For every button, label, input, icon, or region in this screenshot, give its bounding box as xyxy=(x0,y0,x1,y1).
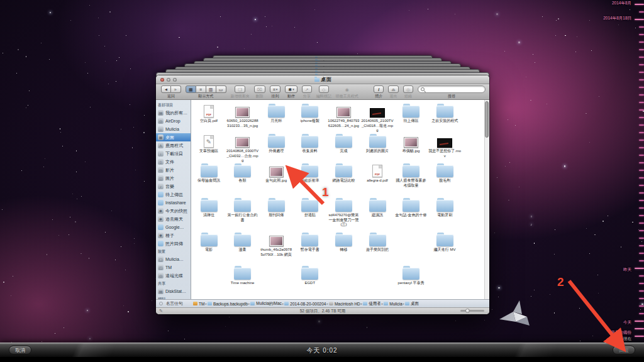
file-item[interactable]: 20140808_0300TV_CH032…合台.mpg xyxy=(226,131,259,163)
file-item[interactable]: 漫畫 xyxy=(226,230,259,253)
file-item[interactable]: 國人膳食營養素參考攝取量 xyxy=(395,161,428,188)
file-item[interactable]: 外傳處理 xyxy=(260,131,292,154)
list-view-button[interactable]: ≡ xyxy=(196,85,206,93)
timeline-tick[interactable] xyxy=(639,185,644,186)
file-item[interactable]: 布偶貓.jpg xyxy=(395,131,428,154)
timeline-tick[interactable] xyxy=(639,155,644,156)
sidebar-item-folder[interactable]: 照片回傳 xyxy=(156,239,191,248)
delete-button[interactable]: ⌧ xyxy=(254,85,265,93)
timeline-tick[interactable] xyxy=(639,49,644,50)
timeline-tick[interactable] xyxy=(639,87,644,88)
file-item[interactable]: 期刊回傳 xyxy=(260,195,292,218)
timeline-tick[interactable] xyxy=(639,57,644,58)
file-item[interactable]: 金句此照.jpg xyxy=(260,161,292,184)
sidebar-item-home[interactable]: ⌂Mulicia xyxy=(156,125,191,133)
file-item[interactable]: 繼天進行 MV xyxy=(428,230,461,253)
timeline-tick[interactable] xyxy=(639,238,644,239)
timeline-tick[interactable] xyxy=(639,64,644,65)
timeline-tick[interactable] xyxy=(639,245,644,246)
sidebar-item-movies[interactable]: ▭影片 xyxy=(156,166,191,174)
sidebar-item-airdrop[interactable]: ◎AirDrop xyxy=(156,117,191,125)
edit-tags-button[interactable]: ◇ xyxy=(319,85,329,93)
path-segment[interactable]: Mulicia的iMac xyxy=(250,301,281,307)
file-item[interactable]: 網路電話比較 xyxy=(327,161,360,184)
file-item[interactable]: EGDT xyxy=(294,263,326,286)
sidebar-item-disk[interactable]: ◰TM xyxy=(156,263,191,272)
sidebar-item-disc[interactable]: ◎遠端光碟 xyxy=(156,272,191,280)
timeline-tick[interactable] xyxy=(639,132,644,133)
timeline-tick[interactable] xyxy=(639,72,644,73)
file-item[interactable]: 遊子樂與別把 xyxy=(361,230,394,253)
file-item[interactable]: iphone複製 xyxy=(294,101,326,124)
file-item[interactable]: 建議訊 xyxy=(361,195,394,218)
file-item[interactable]: thumb_46c2a09785cf790f…10b 網頁 xyxy=(260,230,292,257)
timeline-tick[interactable] xyxy=(639,41,644,43)
sidebar-item-smart-folder[interactable]: ✱過去兩天 xyxy=(156,215,191,223)
scrollbar[interactable] xyxy=(484,100,489,299)
search-field[interactable] xyxy=(418,85,486,93)
file-item[interactable]: 空白頁.pdf xyxy=(192,101,225,124)
file-item[interactable]: 待上傳區 xyxy=(395,101,428,124)
file-item[interactable]: 各類 xyxy=(226,161,259,184)
file-item[interactable]: 電影 xyxy=(192,230,225,253)
timeline-tick[interactable] xyxy=(639,207,644,209)
sidebar-item-smart-folder[interactable]: ✱今天的快照 xyxy=(156,207,191,215)
file-item[interactable]: 之前安裝的程式 xyxy=(428,101,461,124)
file-item[interactable] xyxy=(192,297,225,299)
restore-button[interactable]: 回復 xyxy=(613,346,635,354)
timeline-tick[interactable] xyxy=(639,170,644,171)
file-item[interactable]: 我是不是想你了.mov xyxy=(428,131,461,158)
file-item[interactable]: 電動牙刷 xyxy=(428,195,461,218)
timeline-tick[interactable] xyxy=(639,313,644,314)
timeline-tick[interactable] xyxy=(635,4,644,5)
sidebar-tag-item[interactable]: 名言佳句 xyxy=(158,301,191,307)
file-item[interactable]: sd4479270@樂第一金刑會雙刀一覽(三) xyxy=(327,195,360,228)
file-item[interactable]: 清得佳 xyxy=(192,195,225,218)
file-item[interactable]: 轉移 xyxy=(327,230,360,253)
path-segment[interactable]: TM xyxy=(193,302,204,306)
timeline-tick[interactable] xyxy=(639,222,644,224)
timeline-tick[interactable] xyxy=(639,34,644,35)
timeline-tick[interactable] xyxy=(639,124,644,126)
timeline-tick[interactable] xyxy=(635,268,644,269)
timeline-tick[interactable] xyxy=(639,275,644,277)
file-item[interactable]: pentaxyl 平泰秀 xyxy=(395,263,428,286)
sidebar-item-computer[interactable]: ▢Mulicia… xyxy=(156,255,191,263)
edit-pencil-icon[interactable]: ✎ xyxy=(159,309,163,314)
file-item[interactable]: 脫毛劑 xyxy=(428,161,461,184)
timeline-tick[interactable] xyxy=(639,79,644,80)
path-segment[interactable]: 使用者 xyxy=(363,301,381,307)
file-item[interactable]: 暫存電子書 xyxy=(294,230,326,253)
coverflow-view-button[interactable]: ▭ xyxy=(216,85,226,93)
path-segment[interactable]: Backups.backupdb xyxy=(208,302,248,306)
sidebar-item-server[interactable]: ▤DiskStat… xyxy=(156,287,191,295)
path-segment[interactable]: Macintosh HD xyxy=(329,302,360,306)
timeline-tick[interactable] xyxy=(639,94,644,96)
arrange-button[interactable]: ≡▾ xyxy=(270,85,281,93)
timeline-tick[interactable] xyxy=(639,230,644,231)
file-item[interactable]: 收集資料 xyxy=(294,131,326,154)
info-button[interactable]: i xyxy=(374,85,384,93)
sidebar-item-desktop[interactable]: ▦桌面 xyxy=(156,133,191,141)
timeline-tick[interactable] xyxy=(639,283,644,284)
timeline-tick[interactable] xyxy=(639,109,644,111)
action-button[interactable]: ✱▾ xyxy=(285,85,297,93)
file-item[interactable]: 10622749_840793622605…24_n.jpg xyxy=(327,101,360,128)
timeline-tick[interactable] xyxy=(639,200,644,201)
column-view-button[interactable]: ▥ xyxy=(206,85,216,93)
file-item[interactable]: 金句誌-金色的十修 xyxy=(395,195,428,218)
file-item[interactable]: 60650_102026288310233…35_n.jpg xyxy=(226,101,259,128)
file-item[interactable]: 完成 xyxy=(327,131,360,154)
sidebar-item-downloads[interactable]: ↓下載項目 xyxy=(156,150,191,158)
sidebar-item-documents[interactable]: ▯文件 xyxy=(156,158,191,166)
file-item[interactable]: 文章預備區 xyxy=(192,131,225,154)
share-button[interactable]: ↗ xyxy=(302,85,312,93)
timeline-tick[interactable] xyxy=(639,11,644,13)
timeline-tick[interactable] xyxy=(639,192,644,194)
timeline-tick[interactable] xyxy=(639,26,644,28)
search-input[interactable] xyxy=(426,87,482,92)
utility-button[interactable]: ◉ xyxy=(342,85,352,93)
timeline-tick[interactable] xyxy=(639,260,644,261)
sidebar-item-smart-folder[interactable]: ✱種子 xyxy=(156,231,191,239)
file-item[interactable]: 第一銀行公會合約書 xyxy=(226,195,259,222)
